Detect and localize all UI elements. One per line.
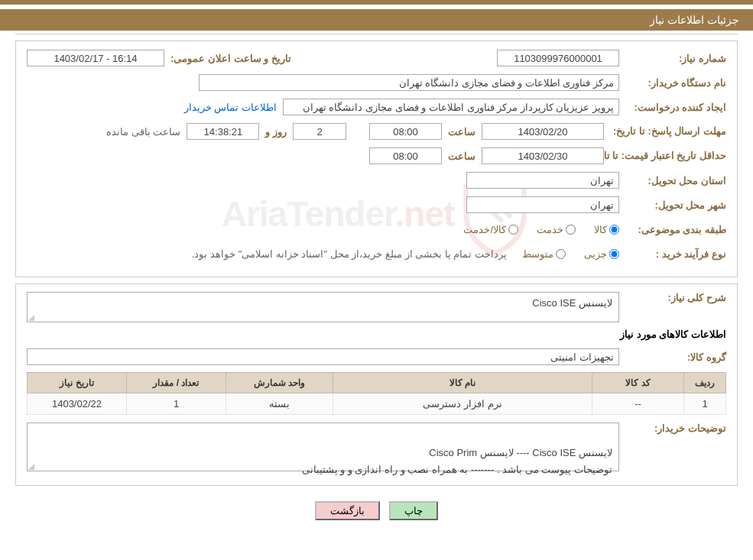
- city-label: شهر محل تحویل:: [619, 199, 726, 211]
- deadline-label: مهلت ارسال پاسخ: تا تاریخ:: [604, 125, 726, 138]
- price-valid-date: 1403/02/30: [482, 147, 604, 164]
- radio-goods[interactable]: کالا: [594, 224, 619, 235]
- request-no-value: 1103099976000001: [497, 50, 619, 66]
- group-value: تجهیزات امنیتی: [27, 348, 619, 365]
- time-label-1: ساعت: [442, 126, 482, 138]
- buyer-notes-label: توضیحات خریدار:: [619, 422, 726, 434]
- province-value: تهران: [466, 172, 619, 189]
- subject-class-label: طبقه بندی موضوعی:: [619, 224, 726, 235]
- details-section: شرح کلی نیاز: لایسنس Cisco ISE اطلاعات ک…: [15, 283, 738, 486]
- price-valid-label: حداقل تاریخ اعتبار قیمت: تا تاریخ:: [604, 150, 726, 163]
- th-name: نام کالا: [333, 373, 592, 393]
- radio-medium[interactable]: متوسط: [522, 248, 566, 260]
- city-value: تهران: [466, 196, 619, 213]
- buyer-org-value: مرکز فناوری اطلاعات و فضای مجازی دانشگاه…: [199, 74, 619, 91]
- summary-textarea[interactable]: لایسنس Cisco ISE: [27, 292, 619, 322]
- buyer-org-label: نام دستگاه خریدار:: [619, 77, 726, 89]
- page-title: جزئیات اطلاعات نیاز: [0, 9, 753, 31]
- group-label: گروه کالا:: [619, 351, 726, 363]
- purchase-type-label: نوع فرآیند خرید :: [619, 248, 726, 260]
- deadline-date: 1403/02/20: [482, 123, 604, 140]
- summary-label: شرح کلی نیاز:: [619, 292, 726, 303]
- days-label: روز و: [259, 126, 293, 138]
- th-unit: واحد شمارش: [226, 373, 333, 393]
- countdown: 14:38:21: [187, 123, 259, 140]
- buyer-notes-textarea[interactable]: لایسنس Cisco ISE ---- لایسنس Cisco Prim …: [27, 422, 619, 471]
- requester-value: پرویز عزیزیان کارپرداز مرکز فناوری اطلاع…: [283, 99, 619, 115]
- announce-value: 16:14 - 1403/02/17: [27, 50, 164, 66]
- request-no-label: شماره نیاز:: [619, 53, 726, 64]
- price-valid-time: 08:00: [369, 147, 442, 164]
- days-value: 2: [293, 123, 346, 140]
- time-label-2: ساعت: [442, 151, 482, 162]
- radio-both[interactable]: کالا/خدمت: [463, 224, 518, 235]
- th-row: ردیف: [684, 373, 726, 393]
- back-button[interactable]: بازگشت: [315, 501, 380, 520]
- purchase-note: پرداخت تمام یا بخشی از مبلغ خرید،از محل …: [192, 248, 507, 260]
- remaining-label: ساعت باقی مانده: [100, 126, 187, 138]
- th-qty: تعداد / مقدار: [127, 373, 226, 393]
- table-row: 1 -- نرم افزار دسترسی بسته 1 1403/02/22: [28, 393, 726, 415]
- deadline-time: 08:00: [369, 123, 442, 140]
- radio-small[interactable]: جزیی: [584, 248, 619, 260]
- resize-handle-icon[interactable]: [28, 313, 36, 321]
- th-date: تاریخ نیاز: [28, 373, 127, 393]
- resize-handle-icon[interactable]: [28, 462, 36, 470]
- print-button[interactable]: چاپ: [389, 501, 438, 520]
- requester-label: ایجاد کننده درخواست:: [619, 102, 726, 113]
- items-title: اطلاعات کالاهای مورد نیاز: [27, 329, 726, 340]
- need-info-section: شماره نیاز: 1103099976000001 تاریخ و ساع…: [15, 40, 738, 277]
- province-label: استان محل تحویل:: [619, 175, 726, 186]
- buyer-contact-link[interactable]: اطلاعات تماس خریدار: [184, 102, 277, 113]
- button-row: چاپ بازگشت: [0, 492, 753, 529]
- th-code: کد کالا: [592, 373, 684, 393]
- announce-label: تاریخ و ساعت اعلان عمومی:: [164, 53, 297, 64]
- radio-service[interactable]: خدمت: [537, 224, 576, 235]
- items-table: ردیف کد کالا نام کالا واحد شمارش تعداد /…: [27, 372, 726, 415]
